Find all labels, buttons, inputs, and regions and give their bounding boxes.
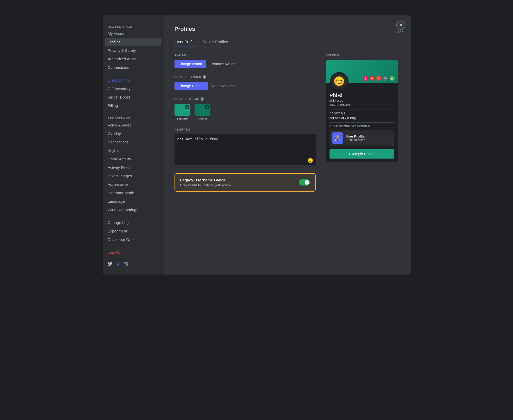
theme-section-label: PROFILE THEME i <box>175 97 316 101</box>
twitter-icon[interactable] <box>108 262 113 267</box>
aka-value: PhiBi#8936 <box>337 103 353 107</box>
sidebar-item-voice-video[interactable]: Voice & Video <box>105 121 161 129</box>
profile-avatar-wrap: 😊 <box>330 72 349 91</box>
sidebar-item-privacy-safety[interactable]: Privacy & Safety <box>105 46 161 55</box>
sidebar-item-windows-settings[interactable]: Windows Settings <box>105 206 161 214</box>
remove-banner-button[interactable]: Remove Banner <box>210 82 239 90</box>
badge-green: ◉ <box>390 76 395 81</box>
close-button[interactable]: ✕ ESC <box>396 21 405 34</box>
theme-swatches: ✏ Primary ✏ Accent <box>175 104 316 121</box>
legacy-badge-description: Display PhiBi#8936 on your profile. <box>180 183 232 187</box>
primary-swatch-label: Primary <box>177 117 188 121</box>
tab-user-profile[interactable]: User Profile <box>175 37 197 46</box>
sidebar-item-connections[interactable]: Connections <box>105 63 161 72</box>
profile-username: phibiscool <box>330 99 394 102</box>
right-column: PREVIEW 😊 🌷 ❤ <box>326 54 400 192</box>
change-banner-button[interactable]: Change Banner <box>175 82 208 90</box>
sidebar-divider-2 <box>108 112 159 112</box>
legacy-badge-toggle[interactable] <box>299 179 310 185</box>
sidebar-section-app: APP SETTINGS <box>105 115 161 121</box>
sidebar-section-user: USER SETTINGS <box>105 23 161 29</box>
sidebar-item-billing[interactable]: Billing <box>105 101 161 110</box>
banner-info-icon: i <box>203 75 206 79</box>
profile-preview-card: 😊 🌷 ❤ ✕ 👁 ◉ Ph <box>326 60 398 162</box>
sidebar-item-change-log[interactable]: Change Log <box>105 218 161 227</box>
facebook-icon[interactable] <box>115 262 121 267</box>
theme-info-icon: i <box>200 97 204 101</box>
banner-button-row: Change Banner Remove Banner <box>175 82 316 90</box>
avatar: 😊 <box>330 72 349 91</box>
sidebar: USER SETTINGS My Account Profiles Privac… <box>103 15 164 275</box>
sidebar-item-text-images[interactable]: Text & Images <box>105 172 161 180</box>
profile-divider-1 <box>330 110 394 110</box>
primary-swatch-container: ✏ Primary <box>175 104 190 121</box>
sidebar-item-activity-feed[interactable]: Activity Feed <box>105 163 161 172</box>
badge-pink: 🌷 <box>363 76 368 81</box>
svg-rect-0 <box>124 262 128 266</box>
theme-section: PROFILE THEME i ✏ Primary ✏ <box>175 97 316 121</box>
example-button[interactable]: Example Button <box>330 149 394 159</box>
sidebar-item-language[interactable]: Language <box>105 197 161 206</box>
left-column: AVATAR Change Avatar Remove Avatar PROFI… <box>175 54 316 192</box>
banner-section-label: PROFILE BANNER i <box>175 75 316 79</box>
sidebar-item-logout[interactable]: Log Out <box>105 248 161 257</box>
about-me-input[interactable]: not actually a frog <box>175 134 316 165</box>
aka-label: AKA <box>330 104 335 107</box>
instagram-icon[interactable] <box>123 262 128 267</box>
avatar-section: AVATAR Change Avatar Remove Avatar <box>175 54 316 68</box>
profile-display-name: PhiBi <box>330 93 394 99</box>
change-avatar-button[interactable]: Change Avatar <box>175 60 206 68</box>
about-me-section-label: ABOUT ME <box>175 128 316 131</box>
profile-activity: 🚀 User Profile 00:01 minutes <box>330 130 394 146</box>
activity-info: User Profile 00:01 minutes <box>346 134 365 142</box>
sidebar-item-appearance[interactable]: Appearance <box>105 180 161 189</box>
sidebar-item-keybinds[interactable]: Keybinds <box>105 146 161 155</box>
sidebar-item-profiles[interactable]: Profiles <box>105 38 161 46</box>
close-icon: ✕ <box>396 21 405 30</box>
sidebar-divider-4 <box>108 246 159 246</box>
avatar-section-label: AVATAR <box>175 54 316 57</box>
sidebar-item-game-activity[interactable]: Game Activity <box>105 155 161 163</box>
close-label: ESC <box>398 31 404 34</box>
emoji-button[interactable]: 🙂 <box>307 158 313 163</box>
sidebar-item-notifications[interactable]: Notifications <box>105 138 161 146</box>
badge-eye: 👁 <box>383 76 388 81</box>
sidebar-item-developer-options[interactable]: Developer Options <box>105 235 161 244</box>
primary-swatch[interactable]: ✏ <box>175 104 190 116</box>
profile-divider-2 <box>330 122 394 123</box>
sidebar-item-streamer-mode[interactable]: Streamer Mode <box>105 189 161 197</box>
banner-section: PROFILE BANNER i Change Banner Remove Ba… <box>175 75 316 90</box>
legacy-badge-card: Legacy Username Badge Display PhiBi#8936… <box>175 173 316 192</box>
activity-name: User Profile <box>346 134 365 138</box>
legacy-badge-info: Legacy Username Badge Display PhiBi#8936… <box>180 178 232 187</box>
badge-red: ❤ <box>370 76 375 81</box>
avatar-emoji: 😊 <box>333 76 345 87</box>
activity-time: 00:01 minutes <box>346 138 365 142</box>
sidebar-item-gift-inventory[interactable]: Gift Inventory <box>105 84 161 93</box>
profile-badges: 🌷 ❤ ✕ 👁 ◉ <box>363 76 395 81</box>
avatar-button-row: Change Avatar Remove Avatar <box>175 60 316 68</box>
about-me-preview-label: ABOUT ME <box>330 112 394 115</box>
profile-banner: 😊 🌷 ❤ ✕ 👁 ◉ <box>326 60 398 83</box>
sidebar-item-server-boost[interactable]: Server Boost <box>105 93 161 101</box>
accent-swatch-label: Accent <box>198 117 207 121</box>
legacy-badge-title: Legacy Username Badge <box>180 178 232 182</box>
remove-avatar-button[interactable]: Remove Avatar <box>209 60 236 68</box>
sidebar-item-authorized-apps[interactable]: Authorized Apps <box>105 55 161 63</box>
page-title: Profiles <box>175 26 400 32</box>
toggle-knob <box>305 180 309 185</box>
accent-edit-icon: ✏ <box>205 105 209 109</box>
sidebar-item-overlay[interactable]: Overlay <box>105 129 161 138</box>
social-icons <box>105 259 161 269</box>
primary-edit-icon: ✏ <box>185 105 189 109</box>
sidebar-item-discord-nitro[interactable]: Discord Nitro <box>105 76 161 84</box>
sidebar-divider-1 <box>108 74 159 74</box>
about-me-container: not actually a frog 🙂 <box>175 134 316 166</box>
sidebar-item-my-account[interactable]: My Account <box>105 29 161 38</box>
tabs: User Profile Server Profiles <box>175 37 400 46</box>
accent-swatch[interactable]: ✏ <box>195 104 210 116</box>
tab-server-profiles[interactable]: Server Profiles <box>202 37 229 46</box>
about-me-section: ABOUT ME not actually a frog 🙂 <box>175 128 316 166</box>
sidebar-item-experiment[interactable]: Experiment <box>105 227 161 235</box>
sidebar-divider-3 <box>108 216 159 216</box>
